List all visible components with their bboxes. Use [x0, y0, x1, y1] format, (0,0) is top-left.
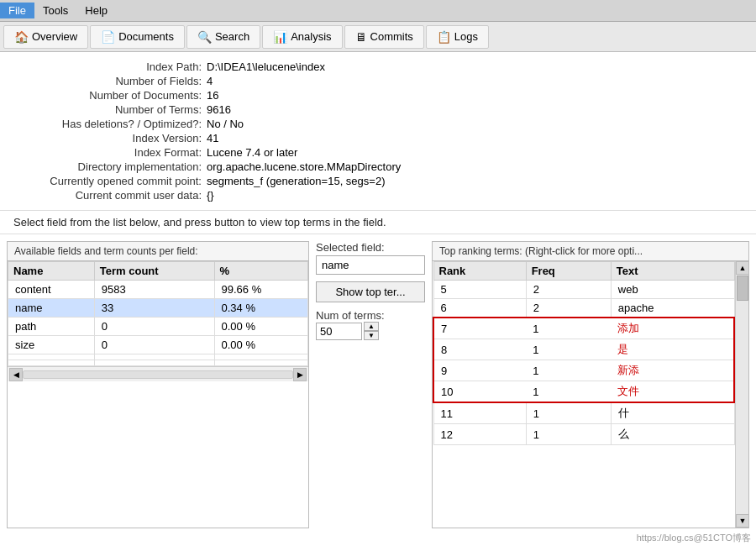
term-text-cell: web [611, 281, 734, 299]
info-value-2: 16 [207, 89, 218, 102]
info-value-6: Lucene 7.4 or later [207, 146, 297, 159]
field-name-cell: name [8, 299, 95, 318]
selected-field-label: Selected field: [316, 241, 425, 254]
num-terms-input[interactable] [316, 323, 362, 340]
logs-icon: 📋 [437, 30, 451, 44]
col-freq: Freq [526, 262, 611, 281]
info-label-8: Currently opened commit point: [13, 175, 207, 187]
scroll-track[interactable] [23, 370, 293, 379]
term-freq-cell: 2 [526, 299, 611, 318]
info-row-0: Index Path: D:\IDEA1\lelucene\index [13, 60, 743, 73]
info-value-0: D:\IDEA1\lelucene\index [207, 60, 325, 73]
scroll-track-v[interactable] [736, 275, 748, 514]
fields-table-row[interactable]: path 0 0.00 % [8, 318, 308, 336]
scroll-down-btn[interactable]: ▼ [736, 514, 748, 528]
spinner-up-btn[interactable]: ▲ [364, 322, 379, 331]
info-label-2: Number of Documents: [13, 89, 207, 102]
info-label-0: Index Path: [13, 60, 207, 73]
menu-tools[interactable]: Tools [34, 3, 76, 18]
field-pct-cell: 0.00 % [214, 336, 308, 354]
col-termcount: Term count [94, 262, 214, 281]
field-termcount-cell: 0 [94, 336, 214, 354]
term-rank-cell: 5 [433, 281, 526, 299]
tab-commits[interactable]: 🖥 Commits [344, 25, 424, 49]
col-text: Text [611, 262, 734, 281]
term-text-cell: 文件 [611, 381, 734, 403]
field-name-cell [8, 360, 95, 366]
tab-logs[interactable]: 📋 Logs [426, 25, 489, 49]
terms-table-row[interactable]: 11 1 什 [433, 402, 734, 424]
term-text-cell: 是 [611, 339, 734, 360]
info-value-3: 9616 [207, 103, 231, 116]
tab-analysis-label: Analysis [291, 30, 331, 43]
term-freq-cell: 1 [526, 402, 611, 424]
term-freq-cell: 1 [526, 318, 611, 339]
col-pct: % [214, 262, 308, 281]
scroll-thumb-v[interactable] [737, 276, 748, 301]
info-row-7: Directory implementation: org.apache.luc… [13, 160, 743, 173]
right-panel-inner: Rank Freq Text 5 2 web 6 2 apache 7 1 添加… [433, 261, 748, 528]
field-pct-cell: 99.66 % [214, 281, 308, 299]
info-value-4: No / No [207, 118, 244, 130]
fields-table-row[interactable]: size 0 0.00 % [8, 336, 308, 354]
lower-section: Available fields and term counts per fie… [0, 234, 756, 535]
scroll-left-btn[interactable]: ◀ [9, 368, 23, 381]
num-terms-spinner: ▲ ▼ [364, 322, 379, 340]
info-label-9: Current commit user data: [13, 189, 207, 202]
menu-help[interactable]: Help [76, 3, 116, 18]
left-panel-title: Available fields and term counts per fie… [8, 242, 308, 261]
info-value-5: 41 [207, 132, 218, 144]
overview-icon: 🏠 [14, 30, 29, 44]
spinner-down-btn[interactable]: ▼ [364, 331, 379, 340]
field-pct-cell [214, 354, 308, 360]
field-name-cell: size [8, 336, 95, 354]
info-row-5: Index Version: 41 [13, 132, 743, 144]
term-freq-cell: 1 [526, 360, 611, 381]
fields-table-row[interactable] [8, 354, 308, 360]
instruction-text: Select field from the list below, and pr… [0, 211, 756, 234]
term-text-cell: 添加 [611, 318, 734, 339]
terms-table-row[interactable]: 7 1 添加 [433, 318, 734, 339]
col-rank: Rank [433, 262, 526, 281]
info-label-1: Number of Fields: [13, 75, 207, 87]
terms-table-row[interactable]: 5 2 web [433, 281, 734, 299]
fields-table-row[interactable] [8, 360, 308, 366]
menu-file[interactable]: File [0, 3, 34, 18]
scroll-right-btn[interactable]: ▶ [293, 368, 307, 381]
show-top-terms-button[interactable]: Show top ter... [316, 281, 425, 302]
field-termcount-cell: 33 [94, 299, 214, 318]
tab-search[interactable]: 🔍 Search [186, 25, 260, 49]
term-text-cell: apache [611, 299, 734, 318]
info-value-8: segments_f (generation=15, segs=2) [207, 175, 385, 187]
terms-table-row[interactable]: 8 1 是 [433, 339, 734, 360]
vertical-scrollbar[interactable]: ▲ ▼ [735, 261, 748, 528]
info-value-9: {} [207, 189, 214, 202]
field-name-cell: content [8, 281, 95, 299]
terms-table-row[interactable]: 10 1 文件 [433, 381, 734, 403]
fields-table-row[interactable]: content 9583 99.66 % [8, 281, 308, 299]
term-rank-cell: 6 [433, 299, 526, 318]
tab-overview[interactable]: 🏠 Overview [3, 25, 88, 49]
toolbar: 🏠 Overview 📄 Documents 🔍 Search 📊 Analys… [0, 22, 756, 52]
fields-table-row[interactable]: name 33 0.34 % [8, 299, 308, 318]
terms-table-row[interactable]: 6 2 apache [433, 299, 734, 318]
middle-panel: Selected field: Show top ter... Num of t… [316, 241, 425, 528]
info-row-4: Has deletions? / Optimized?: No / No [13, 118, 743, 130]
num-terms-label: Num of terms: [316, 309, 425, 322]
term-freq-cell: 1 [526, 339, 611, 360]
terms-table-row[interactable]: 12 1 么 [433, 424, 734, 445]
term-rank-cell: 8 [433, 339, 526, 360]
selected-field-input[interactable] [316, 255, 425, 275]
scroll-up-btn[interactable]: ▲ [736, 261, 748, 275]
menu-bar: File Tools Help [0, 0, 756, 22]
info-label-7: Directory implementation: [13, 160, 207, 173]
right-panel-title: Top ranking terms: (Right-click for more… [433, 242, 748, 261]
terms-table-row[interactable]: 9 1 新添 [433, 360, 734, 381]
tab-analysis[interactable]: 📊 Analysis [262, 25, 342, 49]
tab-documents[interactable]: 📄 Documents [90, 25, 185, 49]
horizontal-scrollbar[interactable]: ◀ ▶ [8, 366, 308, 381]
info-label-4: Has deletions? / Optimized?: [13, 118, 207, 130]
commits-icon: 🖥 [355, 30, 367, 44]
term-rank-cell: 10 [433, 381, 526, 403]
field-name-cell [8, 354, 95, 360]
